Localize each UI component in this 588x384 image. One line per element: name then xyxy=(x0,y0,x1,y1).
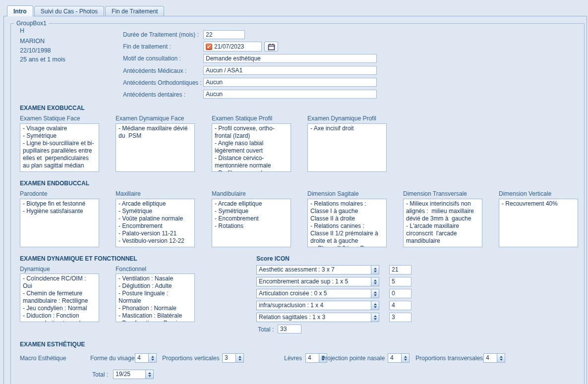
proportions-transversales-value: 4 xyxy=(484,354,497,362)
patient-name: MARION xyxy=(20,38,45,45)
examen-dynamique-profil-textbox[interactable]: - Axe incisif droit xyxy=(307,123,387,172)
patient-age: 25 ans et 1 mois xyxy=(20,56,65,63)
score-articulation-croisee-text: Articulation croisée : 0 x 5 xyxy=(257,289,371,298)
spinner-up-down-icon[interactable] xyxy=(371,289,379,298)
dimension-verticale-textbox[interactable]: - Recouvrement 40% xyxy=(499,199,578,247)
dimension-transversale-label: Dimension Transversale xyxy=(403,190,467,197)
section-exobuccal-title: EXAMEN EXOBUCCAL xyxy=(20,105,85,111)
spinner-up-down-icon[interactable] xyxy=(235,354,243,362)
levres-label: Lèvres xyxy=(284,355,302,362)
groupbox1-title: GroupBox1 xyxy=(14,20,49,27)
examen-dynamique-face-textbox[interactable]: - Médiane maxillaire dévié du PSM xyxy=(116,123,195,172)
spinner-up-down-icon[interactable] xyxy=(401,354,409,362)
spinner-up-down-icon[interactable] xyxy=(497,354,505,362)
esthetique-total-label: Total : xyxy=(92,371,108,378)
score-aesthetic-assessment-text: Aesthetic assessment : 3 x 7 xyxy=(257,266,371,274)
calendar-icon xyxy=(268,43,275,51)
mandibulaire-textbox[interactable]: - Arcade elliptique - Symétrique - Encom… xyxy=(212,199,291,247)
examen-dynamique-face-label: Examen Dynamique Face xyxy=(116,115,184,122)
proportions-verticales-spinner[interactable]: 3 xyxy=(222,353,244,363)
esthetique-total-value: 19/25 xyxy=(114,370,145,379)
section-dynamique-fonctionnel-title: EXAMEN DYNAMIQUE ET FONCTIONNEL xyxy=(20,255,137,262)
parodonte-textbox[interactable]: - Biotype fin et festonné - Hygiène sati… xyxy=(20,199,99,247)
section-endobuccal-title: EXAMEN ENDOBUCCAL xyxy=(20,180,89,187)
tab-suivi-du-cas-photos[interactable]: Suivi du Cas - Photos xyxy=(34,6,104,16)
antecedents-orthodontiques-label: Antécédents Orthodontiques : xyxy=(123,79,202,86)
forme-du-visage-value: 4 xyxy=(135,354,148,362)
score-relation-sagittales-text: Relation sagittales : 1 x 3 xyxy=(257,313,371,322)
score-aesthetic-assessment-value[interactable]: 21 xyxy=(389,265,412,274)
antecedents-orthodontiques-input[interactable]: Aucun xyxy=(203,78,377,87)
fonctionnel-label: Fonctionnel xyxy=(116,266,146,273)
motif-consultation-input[interactable]: Demande esthétique xyxy=(203,54,377,63)
score-infra-supraclusion-combo[interactable]: infra/supraclusion : 1 x 4 xyxy=(256,301,379,310)
forme-du-visage-label: Forme du visage xyxy=(90,355,134,362)
fin-traitement-label: Fin de traitement : xyxy=(123,43,171,50)
spinner-up-down-icon[interactable] xyxy=(371,301,379,310)
dimension-transversale-textbox[interactable]: - Milieux interincisifs non alignés : mi… xyxy=(403,199,482,247)
antecedents-dentaires-label: Antécédents dentaires : xyxy=(123,91,185,98)
score-relation-sagittales-value[interactable]: 3 xyxy=(389,313,412,322)
examen-statique-profil-label: Examen Statique Profil xyxy=(212,115,272,122)
maxillaire-textbox[interactable]: - Arcade elliptique - Symétrique - Voûte… xyxy=(116,199,195,247)
esthetique-total-spinner[interactable]: 19/25 xyxy=(113,370,154,379)
antecedents-medicaux-input[interactable]: Aucun / ASA1 xyxy=(203,66,377,75)
section-score-icon-title: Score ICON xyxy=(256,255,290,262)
tab-fin-de-traitement[interactable]: Fin de Traitement xyxy=(105,6,164,16)
spinner-up-down-icon[interactable] xyxy=(371,313,379,322)
fin-traitement-date-value: 21/07/2023 xyxy=(214,43,244,50)
maxillaire-label: Maxillaire xyxy=(116,190,141,197)
tab-bar: Intro Suivi du Cas - Photos Fin de Trait… xyxy=(7,6,165,16)
score-articulation-croisee-value[interactable]: 0 xyxy=(389,289,412,298)
projection-pointe-nasale-label: Projection pointe nasale xyxy=(321,355,385,362)
score-encombrement-arcade-sup-value[interactable]: 5 xyxy=(389,277,412,286)
date-checkbox[interactable]: ✔ xyxy=(206,44,212,50)
examen-dynamique-profil-label: Examen Dynamique Profil xyxy=(307,115,376,122)
macro-esthetique-label: Macro Esthétique xyxy=(20,355,66,362)
mandibulaire-label: Mandibulaire xyxy=(212,190,246,197)
fin-traitement-date-field[interactable]: ✔ 21/07/2023 xyxy=(203,42,262,52)
score-icon-total-label: Total : xyxy=(258,326,274,333)
score-infra-supraclusion-text: infra/supraclusion : 1 x 4 xyxy=(257,301,371,310)
app-window: GroupBox1 Intro Suivi du Cas - Photos Fi… xyxy=(0,0,588,384)
score-icon-total-input[interactable]: 33 xyxy=(278,325,301,333)
calendar-button[interactable] xyxy=(264,42,278,52)
patient-birthdate: 22/10/1998 xyxy=(20,47,51,54)
proportions-verticales-label: Proportions verticales xyxy=(162,355,219,362)
duree-traitement-label: Durée de Traitement (mois) : xyxy=(123,31,199,38)
score-encombrement-arcade-sup-text: Encombrement arcade sup : 1 x 5 xyxy=(257,277,371,286)
dimension-verticale-label: Dimension Verticale xyxy=(499,190,551,197)
antecedents-dentaires-input[interactable]: Aucun xyxy=(203,90,377,99)
score-articulation-croisee-combo[interactable]: Articulation croisée : 0 x 5 xyxy=(256,289,379,298)
examen-statique-profil-textbox[interactable]: - Profil convexe, ortho-frontal (Izard) … xyxy=(212,123,291,172)
spinner-up-down-icon[interactable] xyxy=(371,277,379,286)
antecedents-medicaux-label: Antécédents Médicaux : xyxy=(123,67,186,74)
levres-value: 4 xyxy=(306,354,319,362)
parodonte-label: Parodonte xyxy=(20,190,47,197)
spinner-up-down-icon[interactable] xyxy=(371,266,379,274)
tab-intro[interactable]: Intro xyxy=(7,5,33,16)
score-relation-sagittales-combo[interactable]: Relation sagittales : 1 x 3 xyxy=(256,313,379,322)
dimension-sagitale-textbox[interactable]: - Relations molaires : Classe I à gauche… xyxy=(307,199,387,247)
examen-statique-face-textbox[interactable]: - Visage ovalaire - Symétrique - Ligne b… xyxy=(20,123,99,172)
examen-statique-face-label: Examen Statique Face xyxy=(20,115,80,122)
score-encombrement-arcade-sup-combo[interactable]: Encombrement arcade sup : 1 x 5 xyxy=(256,277,379,286)
dynamique-label: Dynamique xyxy=(20,266,50,273)
duree-traitement-input[interactable]: 22 xyxy=(203,30,245,39)
fonctionnel-textbox[interactable]: - Ventilation : Nasale - Déglutition : A… xyxy=(116,274,195,322)
proportions-transversales-label: Proportions transversales xyxy=(415,355,483,362)
spinner-up-down-icon[interactable] xyxy=(145,370,153,379)
motif-consultation-label: Motif de consultation : xyxy=(123,55,181,62)
projection-pointe-nasale-spinner[interactable]: 4 xyxy=(388,353,410,363)
forme-du-visage-spinner[interactable]: 4 xyxy=(135,353,157,363)
patient-initial: H xyxy=(20,27,24,34)
proportions-transversales-spinner[interactable]: 4 xyxy=(483,353,505,363)
projection-pointe-nasale-value: 4 xyxy=(388,354,401,362)
spinner-up-down-icon[interactable] xyxy=(148,354,156,362)
score-infra-supraclusion-value[interactable]: 4 xyxy=(389,301,412,310)
score-aesthetic-assessment-combo[interactable]: Aesthetic assessment : 3 x 7 xyxy=(256,265,379,274)
dimension-sagitale-label: Dimension Sagitale xyxy=(307,190,358,197)
dynamique-textbox[interactable]: - Coïncidence RC/OIM : Oui - Chemin de f… xyxy=(20,274,99,322)
proportions-verticales-value: 3 xyxy=(223,354,235,362)
section-esthetique-title: EXAMEN ESTHÉTIQUE xyxy=(20,341,85,348)
